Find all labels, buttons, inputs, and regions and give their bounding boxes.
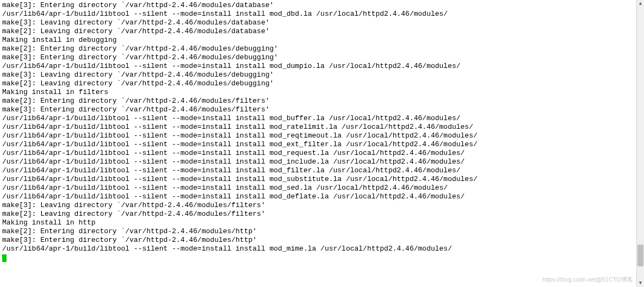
terminal-line: /usr/lib64/apr-1/build/libtool --silent … [2, 192, 642, 201]
terminal-line: make[3]: Entering directory `/var/httpd-… [2, 105, 642, 114]
scroll-down-arrow-icon[interactable]: ▼ [637, 279, 644, 287]
terminal-line: make[3]: Entering directory `/var/httpd-… [2, 1, 642, 10]
terminal-line: make[2]: Entering directory `/var/httpd-… [2, 227, 642, 236]
terminal-line: /usr/lib64/apr-1/build/libtool --silent … [2, 10, 642, 18]
terminal-line: make[2]: Leaving directory `/var/httpd-2… [2, 210, 642, 219]
cursor-icon [2, 254, 7, 262]
terminal-line: make[3]: Entering directory `/var/httpd-… [2, 53, 642, 62]
terminal-line: make[2]: Leaving directory `/var/httpd-2… [2, 79, 642, 88]
scrollbar-thumb[interactable] [637, 245, 643, 266]
scroll-up-arrow-icon[interactable]: ▲ [637, 0, 644, 8]
terminal-line: make[3]: Leaving directory `/var/httpd-2… [2, 18, 642, 27]
terminal-line: make[3]: Entering directory `/var/httpd-… [2, 236, 642, 245]
terminal-line: /usr/lib64/apr-1/build/libtool --silent … [2, 245, 642, 253]
terminal-line: /usr/lib64/apr-1/build/libtool --silent … [2, 166, 642, 175]
terminal-cursor-line [2, 253, 642, 262]
terminal-line: /usr/lib64/apr-1/build/libtool --silent … [2, 132, 642, 140]
terminal-line: /usr/lib64/apr-1/build/libtool --silent … [2, 62, 642, 71]
terminal-line: Making install in filters [2, 88, 642, 97]
terminal-line: make[3]: Leaving directory `/var/httpd-2… [2, 71, 642, 79]
terminal-line: Making install in debugging [2, 36, 642, 45]
terminal-line: /usr/lib64/apr-1/build/libtool --silent … [2, 175, 642, 184]
terminal-output[interactable]: make[3]: Entering directory `/var/httpd-… [0, 0, 644, 287]
terminal-line: make[3]: Leaving directory `/var/httpd-2… [2, 201, 642, 210]
terminal-line: /usr/lib64/apr-1/build/libtool --silent … [2, 114, 642, 123]
terminal-line: make[2]: Entering directory `/var/httpd-… [2, 97, 642, 105]
terminal-line: make[2]: Leaving directory `/var/httpd-2… [2, 27, 642, 36]
vertical-scrollbar[interactable]: ▲ ▼ [636, 0, 644, 287]
terminal-line: /usr/lib64/apr-1/build/libtool --silent … [2, 184, 642, 192]
terminal-line: make[2]: Entering directory `/var/httpd-… [2, 45, 642, 53]
terminal-line: /usr/lib64/apr-1/build/libtool --silent … [2, 140, 642, 149]
terminal-line: /usr/lib64/apr-1/build/libtool --silent … [2, 123, 642, 132]
terminal-line: Making install in http [2, 219, 642, 227]
terminal-line: /usr/lib64/apr-1/build/libtool --silent … [2, 158, 642, 166]
terminal-line: /usr/lib64/apr-1/build/libtool --silent … [2, 149, 642, 158]
